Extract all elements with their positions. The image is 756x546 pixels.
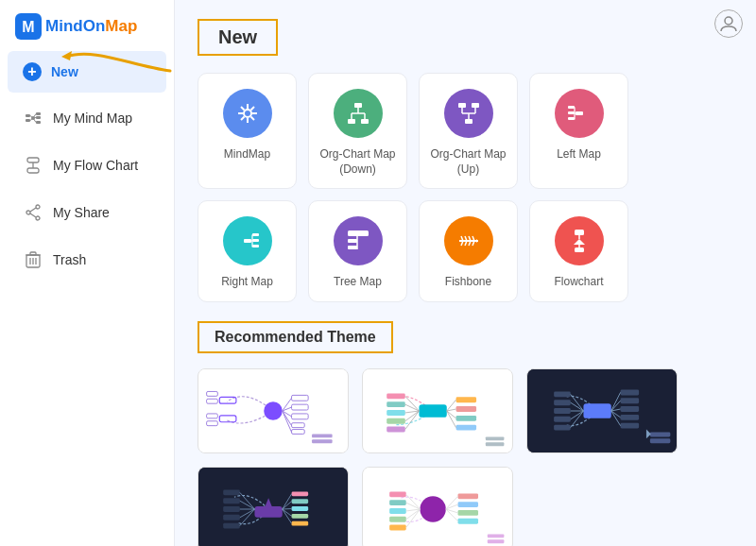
tree-icon <box>334 216 383 265</box>
sidebar-item-myshare[interactable]: My Share <box>8 191 166 234</box>
map-card-right-map[interactable]: Right Map <box>198 200 297 302</box>
right-map-icon <box>223 216 272 265</box>
svg-point-29 <box>245 111 250 116</box>
svg-rect-4 <box>36 112 41 115</box>
svg-point-197 <box>725 17 732 25</box>
logo: M MindOnMap <box>0 0 174 49</box>
sidebar-item-mymindmap[interactable]: My Mind Map <box>8 96 166 140</box>
svg-line-34 <box>241 107 245 111</box>
svg-rect-61 <box>252 233 259 236</box>
theme-card-1[interactable] <box>198 368 349 453</box>
svg-rect-5 <box>36 116 41 119</box>
flowchart-icon <box>23 155 43 176</box>
svg-rect-183 <box>458 502 479 507</box>
svg-rect-2 <box>26 114 30 117</box>
logo-text: MindOnMap <box>45 17 137 36</box>
svg-rect-129 <box>554 391 571 397</box>
svg-rect-157 <box>223 506 240 512</box>
theme-card-5[interactable] <box>362 467 513 546</box>
svg-rect-23 <box>30 252 36 255</box>
svg-marker-81 <box>574 239 585 245</box>
share-icon <box>23 202 43 223</box>
svg-rect-108 <box>387 401 405 407</box>
sidebar-item-trash[interactable]: Trash <box>8 238 166 282</box>
mindmap-card-icon <box>223 89 272 138</box>
mindmap-card-label: MindMap <box>224 147 270 162</box>
svg-point-18 <box>26 211 30 214</box>
svg-rect-54 <box>568 111 575 114</box>
map-card-orgchart-down[interactable]: Org-Chart Map(Down) <box>308 73 407 189</box>
svg-rect-66 <box>348 230 369 236</box>
svg-rect-68 <box>348 246 357 249</box>
right-map-label: Right Map <box>221 275 273 290</box>
svg-rect-135 <box>621 398 640 403</box>
svg-rect-138 <box>621 422 640 428</box>
svg-text:M: M <box>22 19 34 35</box>
sidebar: M MindOnMap + New My Mind Map My Flow Ch… <box>0 0 175 546</box>
svg-rect-128 <box>583 403 610 418</box>
flowchart-label: Flowchart <box>554 275 603 290</box>
svg-rect-107 <box>387 393 405 399</box>
svg-rect-178 <box>389 500 406 505</box>
svg-rect-115 <box>456 424 477 430</box>
svg-rect-60 <box>244 239 251 243</box>
svg-rect-137 <box>621 415 640 420</box>
svg-rect-112 <box>456 397 477 402</box>
svg-rect-6 <box>36 121 41 124</box>
trash-icon <box>23 249 43 270</box>
svg-rect-111 <box>387 426 405 432</box>
svg-rect-106 <box>419 404 446 418</box>
theme-card-3[interactable] <box>526 368 678 453</box>
svg-rect-38 <box>354 103 362 108</box>
theme-card-2[interactable] <box>362 368 513 453</box>
svg-rect-195 <box>488 534 505 537</box>
orgchart-down-icon <box>334 89 383 138</box>
svg-rect-104 <box>312 439 333 443</box>
svg-rect-110 <box>387 418 405 424</box>
svg-rect-181 <box>389 524 406 530</box>
map-card-left-map[interactable]: Left Map <box>529 73 628 189</box>
svg-point-17 <box>36 216 40 220</box>
svg-rect-163 <box>292 514 309 519</box>
svg-point-176 <box>420 496 445 521</box>
orgchart-up-label: Org-Chart Map (Up) <box>427 147 509 177</box>
svg-rect-184 <box>458 510 479 516</box>
svg-rect-3 <box>26 119 30 122</box>
svg-rect-136 <box>621 406 640 412</box>
profile-icon[interactable] <box>714 9 743 38</box>
fishbone-label: Fishbone <box>445 275 491 290</box>
map-card-flowchart[interactable]: Flowchart <box>529 200 628 302</box>
map-card-fishbone[interactable]: Fishbone <box>419 200 518 302</box>
map-type-grid: MindMap Org-Chart Map(Down) Org-Chart Ma… <box>198 73 733 302</box>
sidebar-item-mymindmap-label: My Mind Map <box>53 111 132 126</box>
svg-rect-164 <box>292 520 309 525</box>
sidebar-item-myshare-label: My Share <box>53 205 110 220</box>
theme-card-4[interactable] <box>198 467 349 546</box>
svg-rect-149 <box>650 432 671 436</box>
svg-rect-63 <box>252 245 259 247</box>
svg-line-36 <box>250 107 254 111</box>
map-card-mindmap[interactable]: MindMap <box>198 73 297 189</box>
map-card-tree[interactable]: Tree Map <box>308 200 407 302</box>
left-map-icon <box>555 89 604 138</box>
map-card-orgchart-up[interactable]: Org-Chart Map (Up) <box>419 73 518 189</box>
sidebar-item-myflowchart[interactable]: My Flow Chart <box>8 144 166 187</box>
svg-rect-55 <box>568 117 575 120</box>
svg-rect-150 <box>650 438 671 443</box>
svg-point-86 <box>264 401 283 420</box>
svg-rect-158 <box>223 515 240 520</box>
new-section-title: New <box>198 19 278 56</box>
svg-rect-160 <box>292 491 309 496</box>
sidebar-item-new[interactable]: + New <box>8 51 166 93</box>
fishbone-icon <box>444 216 493 265</box>
svg-rect-130 <box>554 400 571 405</box>
svg-rect-103 <box>312 434 333 437</box>
svg-marker-79 <box>476 239 478 243</box>
topbar <box>714 9 743 38</box>
recommended-theme-title: Recommended Theme <box>198 321 393 353</box>
sidebar-item-new-label: New <box>51 64 78 79</box>
svg-rect-125 <box>486 436 505 440</box>
svg-rect-14 <box>27 168 39 173</box>
svg-rect-109 <box>387 410 405 416</box>
flowchart-card-icon <box>555 216 604 265</box>
